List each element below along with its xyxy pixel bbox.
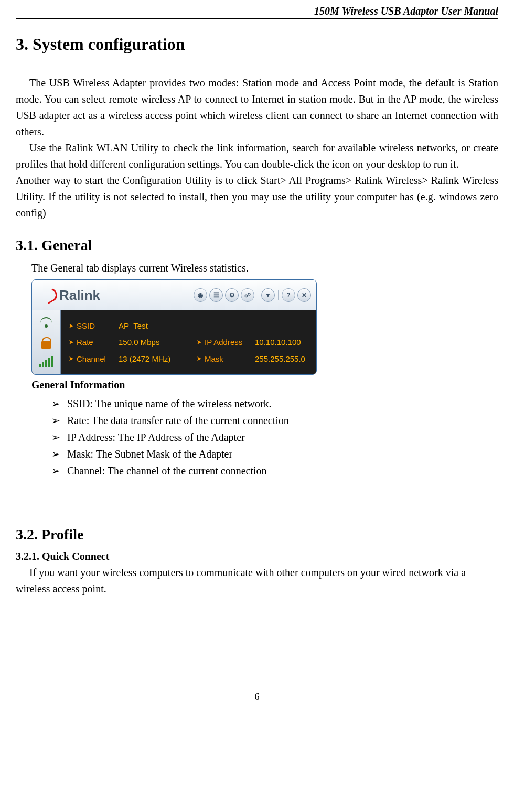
ralink-logo: Ralink [44, 287, 100, 304]
intro-paragraph-1: The USB Wireless Adapter provides two mo… [16, 75, 498, 140]
settings-icon[interactable]: ⚙ [225, 288, 239, 302]
ralink-logo-icon [44, 288, 57, 302]
intro-paragraph-3: Another way to start the Configuration U… [16, 172, 498, 221]
list-item: ➢Mask: The Subnet Mask of the Adapter [51, 446, 498, 462]
bullet-icon: ➢ [51, 429, 67, 446]
section-3-2-1-heading: 3.2.1. Quick Connect [16, 550, 498, 562]
bullet-text: IP Address: The IP Address of the Adapte… [67, 429, 245, 446]
section-3-1-heading: 3.1. General [16, 237, 498, 254]
section-3-2-1-body: If you want your wireless computers to c… [16, 565, 498, 597]
ssid-label: SSID [69, 321, 119, 330]
ralink-info-panel: SSID AP_Test Rate 150.0 Mbps IP Address … [61, 310, 316, 374]
list-item: ➢SSID: The unique name of the wireless n… [51, 395, 498, 412]
ralink-logo-text: Ralink [59, 287, 100, 304]
page-header: 150M Wireless USB Adaptor User Manual [16, 0, 498, 19]
bullet-icon: ➢ [51, 462, 67, 479]
rss-icon[interactable]: ◉ [194, 288, 207, 302]
bullet-text: SSID: The unique name of the wireless ne… [67, 395, 272, 412]
list-item: ➢Channel: The channel of the current con… [51, 462, 498, 479]
bullet-text: Channel: The channel of the current conn… [67, 462, 267, 479]
mask-label: Mask [197, 354, 255, 363]
intro-paragraph-2: Use the Ralink WLAN Utility to check the… [16, 140, 498, 172]
bullet-icon: ➢ [51, 446, 67, 462]
section-3-1-intro: The General tab displays current Wireles… [31, 260, 498, 276]
signal-bars-icon [38, 353, 55, 370]
dropdown-icon[interactable]: ▼ [261, 288, 275, 302]
ip-address-value: 10.10.10.100 [255, 338, 308, 347]
help-icon[interactable]: ? [282, 288, 295, 302]
bullet-icon: ➢ [51, 395, 67, 412]
close-icon[interactable]: ✕ [297, 288, 311, 302]
ssid-value: AP_Test [119, 321, 197, 330]
rate-value: 150.0 Mbps [119, 338, 197, 347]
bullet-text: Rate: The data transfer rate of the curr… [67, 412, 289, 429]
general-information-heading: General Information [31, 377, 498, 393]
section-3-2-heading: 3.2. Profile [16, 526, 498, 543]
rate-label: Rate [69, 338, 119, 347]
bullet-icon: ➢ [51, 412, 67, 429]
general-info-list: ➢SSID: The unique name of the wireless n… [51, 395, 498, 479]
bullet-text: Mask: The Subnet Mask of the Adapter [67, 446, 232, 462]
channel-label: Channel [69, 354, 119, 363]
lock-icon [38, 334, 55, 351]
list-icon[interactable]: ☰ [209, 288, 223, 302]
ralink-titlebar: Ralink ◉ ☰ ⚙ ☍ ▼ ? ✕ [32, 280, 316, 310]
ralink-toolbar: ◉ ☰ ⚙ ☍ ▼ ? ✕ [194, 288, 311, 302]
list-item: ➢Rate: The data transfer rate of the cur… [51, 412, 498, 429]
manual-title: 150M Wireless USB Adaptor User Manual [314, 5, 498, 17]
page-number: 6 [16, 691, 498, 702]
ralink-utility-screenshot: Ralink ◉ ☰ ⚙ ☍ ▼ ? ✕ [31, 279, 317, 375]
mask-value: 255.255.255.0 [255, 354, 308, 363]
ralink-sidebar [32, 310, 61, 374]
channel-value: 13 (2472 MHz) [119, 354, 197, 363]
section-3-heading: 3. System configuration [16, 35, 498, 54]
toolbar-separator [258, 290, 258, 300]
list-item: ➢IP Address: The IP Address of the Adapt… [51, 429, 498, 446]
wifi-status-icon [38, 315, 55, 331]
ip-address-label: IP Address [197, 338, 255, 347]
toolbar-separator [278, 290, 279, 300]
link-icon[interactable]: ☍ [241, 288, 254, 302]
